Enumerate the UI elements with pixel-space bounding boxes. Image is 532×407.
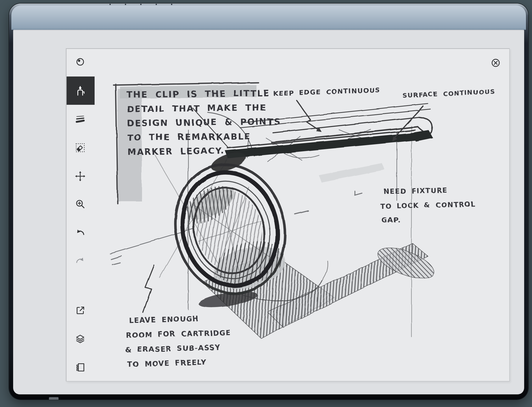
eraser-select-icon (74, 142, 86, 154)
toolbar-menu-button[interactable] (73, 55, 87, 69)
clip-dark-edge (225, 133, 416, 159)
construction-lines (110, 126, 411, 337)
clip-note-line: MARKER LEGACY. (127, 145, 225, 157)
move-arrows-icon (74, 170, 86, 182)
marker-body-lines (193, 104, 432, 301)
clearance-line: & ERASER SUB-ASSY (125, 343, 221, 354)
clip-note-line: DESIGN UNIQUE & POINTS (127, 116, 281, 128)
stroke-thickness-icon (74, 113, 86, 125)
clearance-line: ROOM FOR CARTRIDGE (126, 328, 231, 340)
export-button[interactable] (73, 303, 87, 318)
fixture-line: TO LOCK & CONTROL (380, 200, 476, 210)
note-bracket (114, 83, 258, 204)
marker-pen-icon (74, 85, 86, 97)
top-bezel (11, 5, 526, 30)
clip-end-dark (410, 130, 433, 141)
notebook-icon (74, 361, 86, 373)
fixture-line: GAP. (382, 216, 401, 224)
stroke-thickness-button[interactable] (73, 112, 87, 126)
layers-icon (74, 333, 86, 345)
bottom-port (49, 397, 59, 400)
layers-button[interactable] (73, 332, 87, 346)
body-gray-shade (319, 163, 385, 182)
clip-attach-blob (209, 149, 248, 175)
redo-arrow-icon (74, 256, 86, 268)
notebook-button[interactable] (73, 360, 87, 374)
clearance-line: LEAVE ENOUGH (129, 315, 199, 325)
undo-arrow-icon (74, 227, 86, 240)
annotation-clearance: LEAVE ENOUGH ROOM FOR CARTRIDGE & ERASER… (124, 314, 232, 369)
clip-note-line: DETAIL THAT MAKE THE (127, 102, 267, 114)
marker-clip-sketch: THE CLIP IS THE LITTLE DETAIL THAT MAKE … (67, 49, 509, 381)
zoom-tool-button[interactable] (73, 197, 87, 211)
screen: THE CLIP IS THE LITTLE DETAIL THAT MAKE … (13, 30, 524, 394)
redo-button[interactable] (73, 255, 87, 269)
undo-button[interactable] (73, 226, 87, 241)
note-highlight (118, 85, 256, 201)
export-icon (74, 304, 86, 317)
annotation-keep-edge: KEEP EDGE CONTINUOUS (273, 86, 380, 98)
annotation-fixture: NEED FIXTURE TO LOCK & CONTROL GAP. (380, 186, 476, 224)
clip-note-line: THE CLIP IS THE LITTLE (127, 88, 270, 100)
mic-holes (109, 4, 172, 5)
annotation-clip-note: THE CLIP IS THE LITTLE DETAIL THAT MAKE … (127, 88, 281, 157)
sketch-canvas[interactable]: THE CLIP IS THE LITTLE DETAIL THAT MAKE … (66, 48, 510, 381)
move-tool-button[interactable] (73, 169, 87, 183)
circle-dot-icon (74, 56, 86, 68)
clearance-line: TO MOVE FREELY (127, 358, 207, 368)
close-circle-icon (489, 56, 503, 70)
magnifier-plus-icon (74, 198, 86, 210)
eraser-tool-button[interactable] (73, 141, 87, 155)
annotation-surface: SURFACE CONTINUOUS (402, 88, 495, 99)
cap-ring (162, 153, 298, 305)
clip-note-line: TO THE REMARKABLE (127, 131, 250, 143)
tablet-device: THE CLIP IS THE LITTLE DETAIL THAT MAKE … (9, 4, 528, 399)
pen-tool-button[interactable] (73, 84, 87, 98)
cast-shadow (198, 242, 438, 339)
close-button[interactable] (489, 56, 503, 70)
fixture-line: NEED FIXTURE (383, 186, 447, 195)
annotation-arrows (143, 101, 423, 313)
